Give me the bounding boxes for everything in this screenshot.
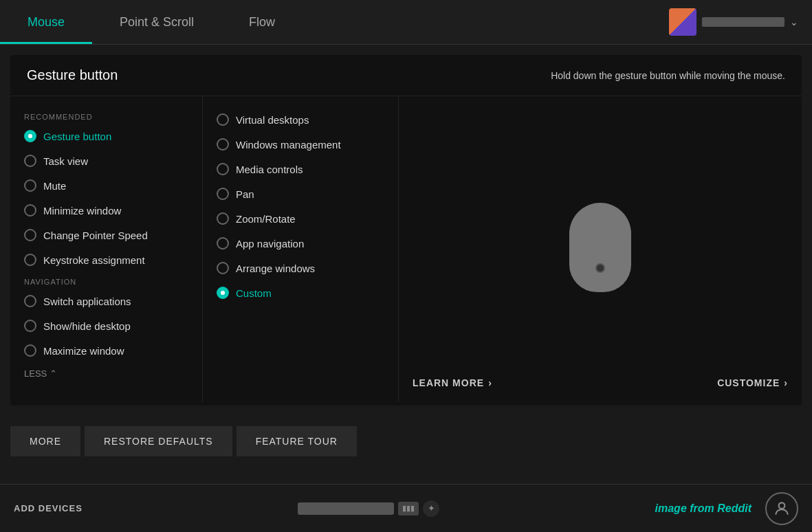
- radio-app-navigation: [217, 237, 229, 250]
- tab-flow-label: Flow: [249, 15, 275, 30]
- list-item-label: Virtual desktops: [236, 114, 309, 126]
- add-devices-button[interactable]: ADD DEVICES: [14, 503, 83, 513]
- tab-flow[interactable]: Flow: [221, 0, 303, 44]
- learn-more-label: LEARN MORE: [413, 377, 484, 388]
- restore-defaults-button[interactable]: RESTORE DEFAULTS: [85, 426, 232, 456]
- footer-device-name-blurred: [298, 502, 394, 515]
- list-item-label: Keystroke assignment: [43, 254, 145, 266]
- list-item-task-view[interactable]: Task view: [10, 148, 202, 173]
- account-name-blurred: [702, 17, 784, 27]
- nav-right-section: ⌄: [669, 8, 812, 36]
- content-body: RECOMMENDED Gesture button Task view Mut…: [10, 96, 802, 402]
- section-hint: Hold down the gesture button while movin…: [551, 70, 785, 81]
- list-item-arrange-windows[interactable]: Arrange windows: [203, 256, 398, 280]
- tab-point-scroll[interactable]: Point & Scroll: [92, 0, 221, 44]
- section-header: Gesture button Hold down the gesture but…: [10, 55, 802, 96]
- recommended-label: RECOMMENDED: [10, 107, 202, 124]
- arrow-right-icon: ›: [784, 377, 788, 388]
- list-item-label: Minimize window: [43, 205, 121, 217]
- radio-switch-applications: [24, 295, 36, 307]
- radio-windows-management: [217, 138, 229, 151]
- main-content-panel: Gesture button Hold down the gesture but…: [10, 55, 802, 406]
- radio-task-view: [24, 155, 36, 167]
- more-button[interactable]: MORE: [10, 426, 80, 456]
- list-item-label: App navigation: [236, 238, 304, 250]
- avatar-image: [669, 8, 696, 36]
- svg-point-0: [779, 502, 785, 509]
- list-item-switch-applications[interactable]: Switch applications: [10, 289, 202, 313]
- list-item-label: Mute: [43, 180, 66, 192]
- more-label: MORE: [30, 436, 61, 447]
- list-item-virtual-desktops[interactable]: Virtual desktops: [203, 107, 398, 132]
- radio-arrange-windows: [217, 262, 229, 274]
- list-item-app-navigation[interactable]: App navigation: [203, 231, 398, 256]
- list-item-label: Pan: [236, 188, 254, 200]
- mouse-button-dot: [595, 263, 605, 273]
- footer-center: ▮▮▮ ✦: [83, 500, 655, 517]
- list-item-label: Gesture button: [43, 131, 111, 142]
- list-item-change-pointer-speed[interactable]: Change Pointer Speed: [10, 223, 202, 247]
- footer-star-icon: ✦: [423, 500, 439, 517]
- list-item-zoom-rotate[interactable]: Zoom/Rotate: [203, 206, 398, 231]
- list-item-label: Switch applications: [43, 296, 131, 307]
- top-navigation: Mouse Point & Scroll Flow ⌄: [0, 0, 812, 45]
- list-item-windows-management[interactable]: Windows management: [203, 132, 398, 157]
- mouse-visual: [569, 117, 631, 377]
- customize-button[interactable]: CUSTOMIZE ›: [717, 377, 788, 388]
- radio-custom: [217, 287, 229, 299]
- radio-minimize-window: [24, 204, 36, 217]
- list-item-label: Maximize window: [43, 345, 124, 357]
- list-item-label: Change Pointer Speed: [43, 230, 148, 241]
- tab-mouse[interactable]: Mouse: [0, 0, 92, 44]
- navigation-label: NAVIGATION: [10, 272, 202, 289]
- feature-tour-button[interactable]: FEATURE TOUR: [237, 426, 357, 456]
- radio-media-controls: [217, 163, 229, 175]
- reddit-attribution: image from Reddit: [655, 502, 751, 515]
- radio-maximize-window: [24, 344, 36, 357]
- list-item-pan[interactable]: Pan: [203, 181, 398, 206]
- footer-battery-icon: ▮▮▮: [398, 502, 419, 516]
- radio-gesture-button: [24, 130, 36, 142]
- tab-mouse-label: Mouse: [28, 15, 65, 30]
- radio-pan: [217, 188, 229, 200]
- radio-show-hide-desktop: [24, 320, 36, 332]
- user-account-icon[interactable]: [765, 492, 798, 525]
- list-item-show-hide-desktop[interactable]: Show/hide desktop: [10, 313, 202, 338]
- list-item-label: Windows management: [236, 139, 341, 151]
- middle-panel: Virtual desktops Windows management Medi…: [203, 96, 399, 402]
- less-button[interactable]: LESS ⌃: [10, 363, 202, 384]
- bottom-bar: MORE RESTORE DEFAULTS FEATURE TOUR: [0, 416, 812, 467]
- customize-label: CUSTOMIZE: [717, 377, 780, 388]
- list-item-label: Arrange windows: [236, 263, 315, 274]
- feature-tour-label: FEATURE TOUR: [256, 436, 338, 447]
- list-item-label: Media controls: [236, 164, 303, 175]
- list-item-maximize-window[interactable]: Maximize window: [10, 338, 202, 363]
- account-avatar[interactable]: ⌄: [669, 8, 798, 36]
- tab-point-scroll-label: Point & Scroll: [120, 15, 194, 30]
- right-panel: LEARN MORE › CUSTOMIZE ›: [399, 96, 802, 402]
- right-bottom-actions: LEARN MORE › CUSTOMIZE ›: [413, 377, 788, 388]
- list-item-media-controls[interactable]: Media controls: [203, 157, 398, 181]
- arrow-right-icon: ›: [488, 377, 492, 388]
- restore-defaults-label: RESTORE DEFAULTS: [104, 436, 213, 447]
- list-item-label: Zoom/Rotate: [236, 213, 296, 225]
- list-item-label: Task view: [43, 155, 88, 167]
- list-item-keystroke-assignment[interactable]: Keystroke assignment: [10, 247, 202, 272]
- radio-zoom-rotate: [217, 212, 229, 225]
- list-item-custom[interactable]: Custom: [203, 280, 398, 305]
- section-title: Gesture button: [27, 67, 118, 83]
- list-item-gesture-button[interactable]: Gesture button: [10, 124, 202, 148]
- list-item-label: Custom: [236, 287, 272, 299]
- radio-virtual-desktops: [217, 113, 229, 126]
- less-label: LESS: [24, 368, 47, 379]
- chevron-down-icon: ⌄: [790, 16, 798, 27]
- mouse-image: [569, 203, 631, 292]
- left-panel: RECOMMENDED Gesture button Task view Mut…: [10, 96, 203, 402]
- radio-change-pointer-speed: [24, 229, 36, 241]
- radio-mute: [24, 179, 36, 192]
- learn-more-button[interactable]: LEARN MORE ›: [413, 377, 492, 388]
- list-item-minimize-window[interactable]: Minimize window: [10, 198, 202, 223]
- list-item-mute[interactable]: Mute: [10, 173, 202, 198]
- chevron-up-icon: ⌃: [50, 368, 57, 379]
- footer: ADD DEVICES ▮▮▮ ✦ image from Reddit: [0, 484, 812, 532]
